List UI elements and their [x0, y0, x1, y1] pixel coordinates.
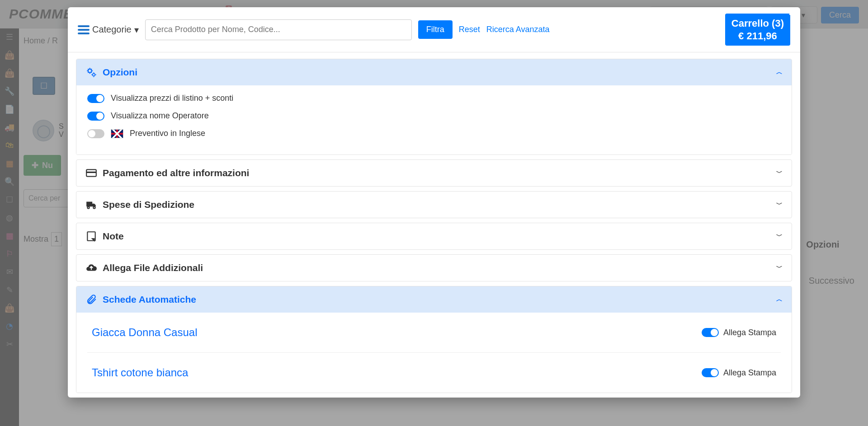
section-auto-sheets: Schede Automatiche ︿ Giacca Donna Casual…: [76, 286, 792, 393]
modal-body[interactable]: Opzioni ︿ Visualizza prezzi di listino +…: [68, 52, 800, 398]
chevron-down-icon: ﹀: [776, 232, 783, 240]
section-shipping: Spese di Spedizione ﹀: [76, 191, 792, 218]
toggle-show-prices-label: Visualizza prezzi di listino + sconti: [111, 94, 233, 103]
chevron-down-icon: ﹀: [776, 169, 783, 177]
modal-header: Categorie ▾ Filtra Reset Ricerca Avanzat…: [68, 7, 800, 52]
section-attachments: Allega File Addizionali ﹀: [76, 254, 792, 281]
toggle-row-prices: Visualizza prezzi di listino + sconti: [87, 94, 781, 103]
section-payment-title: Pagamento ed altre informazioni: [103, 168, 249, 178]
section-options: Opzioni ︿ Visualizza prezzi di listino +…: [76, 59, 792, 155]
truck-icon: [85, 199, 97, 211]
modal-overlay: × Categorie ▾ Filtra Reset Ricerca Avanz…: [0, 0, 868, 426]
toggle-show-prices[interactable]: [87, 94, 104, 103]
product-search-input[interactable]: [145, 19, 412, 40]
categories-dropdown[interactable]: Categorie ▾: [78, 24, 139, 35]
toggle-attach-print-1[interactable]: [702, 328, 719, 337]
section-auto-sheets-header[interactable]: Schede Automatiche ︿: [76, 286, 792, 313]
toggle-english-quote[interactable]: [87, 129, 104, 138]
svg-rect-3: [86, 172, 96, 173]
toggle-attach-print-2[interactable]: [702, 368, 719, 377]
advanced-search-link[interactable]: Ricerca Avanzata: [486, 25, 550, 34]
toggle-show-operator[interactable]: [87, 112, 104, 121]
sheet-link-2[interactable]: Tshirt cotone bianca: [92, 366, 188, 379]
section-notes: Note ﹀: [76, 223, 792, 250]
uk-flag-icon: [111, 129, 123, 138]
categories-label: Categorie: [92, 24, 132, 35]
section-attachments-title: Allega File Addizionali: [103, 262, 203, 273]
sheet-item: Giacca Donna Casual Allega Stampa: [87, 313, 781, 353]
cart-line2: € 211,96: [731, 30, 784, 42]
toggle-row-operator: Visualizza nome Operatore: [87, 111, 781, 121]
cloud-upload-icon: [85, 262, 97, 274]
section-auto-sheets-body: Giacca Donna Casual Allega Stampa Tshirt…: [76, 313, 792, 393]
chevron-up-icon: ︿: [776, 295, 783, 304]
toggle-english-quote-label: Preventivo in Inglese: [130, 129, 205, 138]
gear-icon: [85, 66, 97, 78]
sheet-link-1[interactable]: Giacca Donna Casual: [92, 326, 197, 339]
reset-link[interactable]: Reset: [459, 25, 480, 34]
sheet-item: Tshirt cotone bianca Allega Stampa: [87, 353, 781, 393]
chevron-down-icon: ﹀: [776, 201, 783, 209]
section-notes-header[interactable]: Note ﹀: [76, 223, 792, 249]
svg-point-1: [93, 74, 95, 76]
svg-point-0: [88, 69, 92, 73]
section-shipping-header[interactable]: Spese di Spedizione ﹀: [76, 192, 792, 218]
section-options-header[interactable]: Opzioni ︿: [76, 59, 792, 85]
svg-point-4: [87, 206, 89, 208]
modal: × Categorie ▾ Filtra Reset Ricerca Avanz…: [68, 7, 800, 398]
section-auto-sheets-title: Schede Automatiche: [103, 294, 196, 305]
cart-line1: Carrello (3): [731, 17, 784, 30]
section-payment-header[interactable]: Pagamento ed altre informazioni ﹀: [76, 160, 792, 186]
hamburger-icon: [78, 25, 90, 34]
toggle-attach-print-1-label: Allega Stampa: [723, 328, 776, 337]
caret-down-icon: ▾: [134, 24, 139, 35]
svg-point-5: [93, 206, 95, 208]
section-shipping-title: Spese di Spedizione: [103, 199, 194, 210]
section-notes-title: Note: [103, 231, 124, 242]
section-attachments-header[interactable]: Allega File Addizionali ﹀: [76, 255, 792, 281]
toggle-show-operator-label: Visualizza nome Operatore: [111, 111, 209, 121]
chevron-down-icon: ﹀: [776, 264, 783, 272]
cart-button[interactable]: Carrello (3) € 211,96: [725, 14, 790, 46]
section-options-body: Visualizza prezzi di listino + sconti Vi…: [76, 85, 792, 154]
chevron-up-icon: ︿: [776, 68, 783, 76]
credit-card-icon: [85, 167, 97, 179]
note-icon: [85, 230, 97, 242]
toggle-attach-print-2-label: Allega Stampa: [723, 368, 776, 378]
filter-button[interactable]: Filtra: [418, 20, 453, 39]
toggle-row-english: Preventivo in Inglese: [87, 129, 781, 138]
paperclip-icon: [85, 294, 97, 305]
section-payment: Pagamento ed altre informazioni ﹀: [76, 159, 792, 187]
close-icon[interactable]: ×: [788, 5, 797, 19]
section-options-title: Opzioni: [103, 67, 137, 78]
